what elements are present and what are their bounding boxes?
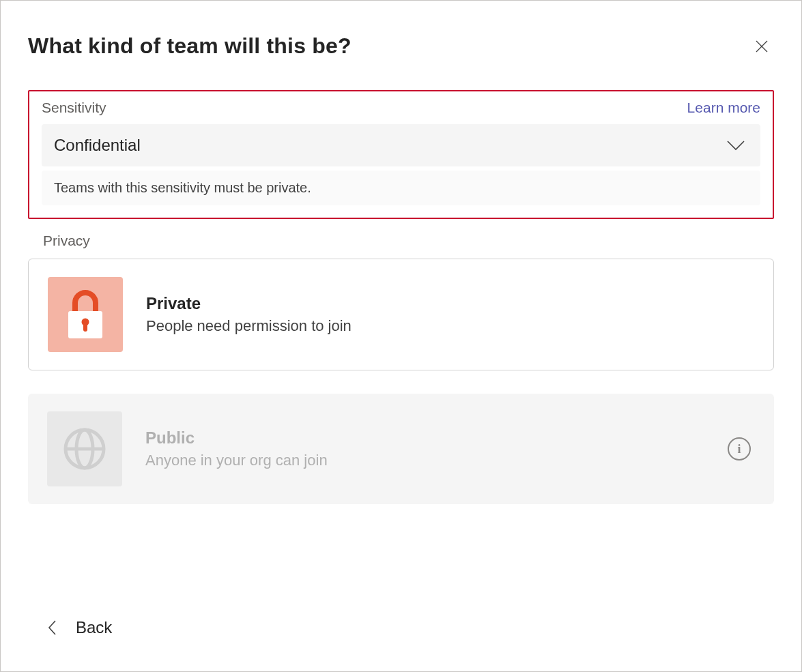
sensitivity-select[interactable]: Confidential	[42, 124, 760, 166]
close-icon	[754, 39, 769, 54]
public-title: Public	[145, 428, 704, 448]
private-title: Private	[146, 294, 754, 313]
public-desc: Anyone in your org can join	[145, 452, 704, 469]
chevron-down-icon	[726, 139, 745, 151]
dialog-footer: Back	[28, 618, 774, 644]
sensitivity-header-row: Sensitivity Learn more	[42, 100, 760, 116]
privacy-label: Privacy	[43, 233, 774, 249]
close-button[interactable]	[751, 35, 773, 57]
privacy-option-private[interactable]: Private People need permission to join	[28, 259, 774, 370]
lock-icon	[61, 288, 109, 341]
sensitivity-label: Sensitivity	[42, 100, 106, 116]
dialog-header: What kind of team will this be?	[28, 33, 774, 59]
sensitivity-value: Confidential	[54, 136, 141, 155]
dialog-title: What kind of team will this be?	[28, 33, 352, 59]
private-desc: People need permission to join	[146, 317, 754, 335]
private-thumb	[48, 277, 123, 352]
sensitivity-hint: Teams with this sensitivity must be priv…	[42, 171, 760, 205]
public-thumb	[47, 411, 122, 486]
info-icon: i	[737, 442, 741, 456]
public-info-button[interactable]: i	[728, 437, 751, 461]
chevron-left-icon	[47, 619, 57, 636]
svg-rect-4	[83, 322, 87, 332]
back-label: Back	[76, 618, 112, 637]
back-button[interactable]: Back	[47, 618, 112, 637]
private-text: Private People need permission to join	[146, 294, 754, 335]
create-team-dialog: What kind of team will this be? Sensitiv…	[0, 0, 802, 672]
globe-icon	[61, 425, 109, 473]
privacy-option-public: Public Anyone in your org can join i	[28, 394, 774, 504]
learn-more-link[interactable]: Learn more	[687, 100, 760, 116]
public-text: Public Anyone in your org can join	[145, 428, 704, 469]
sensitivity-section: Sensitivity Learn more Confidential Team…	[28, 90, 774, 219]
